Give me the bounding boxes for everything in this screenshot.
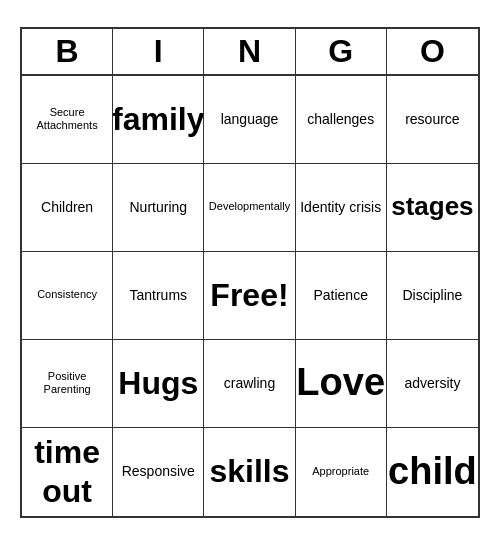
header-letter-g: G [296,29,387,74]
cell-text-19: adversity [404,375,460,392]
cell-text-5: Children [41,199,93,216]
cell-17: crawling [204,340,295,428]
bingo-card: BINGO Secure Attachmentsfamilylanguagech… [20,27,480,518]
cell-15: Positive Parenting [22,340,113,428]
cell-text-23: Appropriate [312,465,369,478]
header-row: BINGO [22,29,478,76]
cell-11: Tantrums [113,252,204,340]
cell-text-14: Discipline [402,287,462,304]
cell-text-21: Responsive [122,463,195,480]
header-letter-o: O [387,29,478,74]
header-letter-i: I [113,29,204,74]
cell-8: Identity crisis [296,164,387,252]
cell-4: resource [387,76,478,164]
cell-text-1: family [113,100,204,138]
cell-text-4: resource [405,111,459,128]
cell-text-10: Consistency [37,288,97,301]
cell-text-9: stages [391,191,473,222]
cell-20: time out [22,428,113,516]
cell-10: Consistency [22,252,113,340]
cell-22: skills [204,428,295,516]
cell-1: family [113,76,204,164]
cell-3: challenges [296,76,387,164]
cell-13: Patience [296,252,387,340]
bingo-grid: Secure Attachmentsfamilylanguagechalleng… [22,76,478,516]
cell-text-22: skills [209,452,289,490]
cell-text-13: Patience [313,287,367,304]
cell-18: Love [296,340,387,428]
cell-text-3: challenges [307,111,374,128]
cell-12: Free! [204,252,295,340]
cell-21: Responsive [113,428,204,516]
header-letter-n: N [204,29,295,74]
cell-text-12: Free! [210,276,288,314]
cell-text-15: Positive Parenting [26,370,108,396]
cell-text-0: Secure Attachments [26,106,108,132]
header-letter-b: B [22,29,113,74]
cell-text-20: time out [26,433,108,510]
cell-24: child [387,428,478,516]
cell-2: language [204,76,295,164]
cell-6: Nurturing [113,164,204,252]
cell-5: Children [22,164,113,252]
cell-23: Appropriate [296,428,387,516]
cell-0: Secure Attachments [22,76,113,164]
cell-text-11: Tantrums [130,287,188,304]
cell-text-24: child [388,449,477,495]
cell-text-7: Developmentally [209,200,290,213]
cell-16: Hugs [113,340,204,428]
cell-text-6: Nurturing [129,199,187,216]
cell-text-16: Hugs [118,364,198,402]
cell-text-2: language [221,111,279,128]
cell-7: Developmentally [204,164,295,252]
cell-text-17: crawling [224,375,275,392]
cell-text-18: Love [296,360,385,406]
cell-text-8: Identity crisis [300,199,381,216]
cell-19: adversity [387,340,478,428]
cell-14: Discipline [387,252,478,340]
cell-9: stages [387,164,478,252]
